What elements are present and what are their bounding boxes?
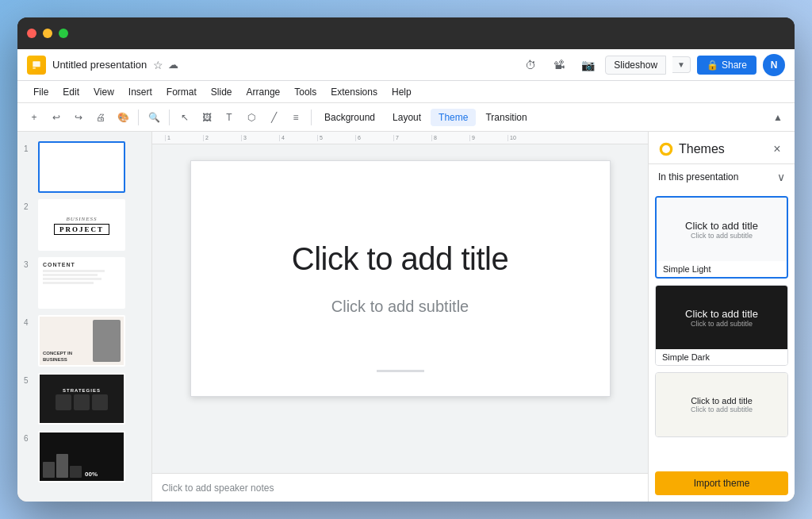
slide-thumbnail-2[interactable]: BUSINESS PROJECT (38, 199, 125, 251)
slide-thumbnail-3[interactable]: CONTENT (38, 257, 125, 309)
share-button[interactable]: 🔒 Share (697, 56, 756, 75)
slide-thumbnail-6[interactable]: 00% (38, 431, 125, 482)
menu-format[interactable]: Format (160, 84, 203, 100)
theme-label-simple-dark: Simple Dark (656, 349, 787, 365)
slide-number-3: 3 (24, 260, 33, 269)
ruler-mark: 10 (508, 135, 546, 141)
menu-edit[interactable]: Edit (56, 84, 86, 100)
minimize-button[interactable] (43, 29, 52, 38)
themes-subtitle: In this presentation (658, 171, 738, 183)
theme-preview-subtitle-2: Click to add subtitle (691, 320, 753, 328)
ruler-mark: 4 (279, 135, 317, 141)
speaker-notes-placeholder[interactable]: Click to add speaker notes (162, 482, 274, 494)
header-right: ⏱ 📽 📷 Slideshow ▼ 🔒 Share N (519, 54, 785, 76)
themes-subheader: In this presentation ∨ (649, 164, 795, 190)
app-logo (27, 56, 46, 75)
close-button[interactable] (27, 29, 36, 38)
camera-icon[interactable]: 📷 (576, 54, 599, 76)
line-btn[interactable]: ╱ (263, 107, 284, 128)
menu-tools[interactable]: Tools (288, 84, 323, 100)
avatar[interactable]: N (763, 54, 785, 76)
theme-preview-subtitle-1: Click to add subtitle (691, 232, 753, 240)
menu-view[interactable]: View (87, 84, 121, 100)
menu-help[interactable]: Help (385, 84, 418, 100)
separator-2 (169, 110, 170, 125)
tab-transition[interactable]: Transition (477, 109, 534, 126)
tab-layout[interactable]: Layout (385, 109, 429, 126)
slide-item-5[interactable]: 5 STRATEGIES (17, 370, 151, 428)
theme-preview-subtitle-3: Click to add subtitle (691, 406, 753, 413)
slide-item-3[interactable]: 3 CONTENT (17, 254, 151, 312)
theme-card-simple-dark[interactable]: Click to add title Click to add subtitle… (655, 285, 788, 366)
svg-rect-1 (33, 67, 36, 68)
separator-1 (138, 110, 139, 125)
slide-number-4: 4 (24, 318, 33, 327)
ruler-mark: 2 (203, 135, 241, 141)
slide-item-2[interactable]: 2 BUSINESS PROJECT (17, 196, 151, 254)
slide-thumbnail-4[interactable]: CONCEPT IN BUSINESS (38, 315, 125, 367)
slide-subtitle-placeholder[interactable]: Click to add subtitle (210, 290, 591, 323)
speaker-notes[interactable]: Click to add speaker notes (152, 473, 648, 502)
paint-btn[interactable]: 🎨 (113, 107, 133, 128)
star-icon[interactable]: ☆ (153, 59, 163, 71)
theme-preview-minimal: Click to add title Click to add subtitle (656, 373, 787, 436)
slideshow-button[interactable]: Slideshow (605, 56, 666, 75)
tab-theme[interactable]: Theme (431, 109, 476, 126)
image-btn[interactable]: 🖼 (197, 107, 217, 128)
slide-thumbnail-1[interactable] (38, 141, 125, 193)
slide-editor[interactable]: Click to add title Click to add subtitle (152, 144, 648, 473)
ruler-mark: 7 (393, 135, 431, 141)
slide-number-6: 6 (24, 434, 33, 443)
textbox-btn[interactable]: T (219, 107, 239, 128)
chevron-down-icon[interactable]: ∨ (777, 171, 785, 183)
lock-icon: 🔒 (707, 60, 718, 71)
menu-insert[interactable]: Insert (122, 84, 159, 100)
separator-3 (311, 110, 312, 125)
maximize-button[interactable] (59, 29, 68, 38)
theme-preview-title-3: Click to add title (691, 396, 753, 406)
add-btn[interactable]: + (24, 107, 44, 128)
app-content: Untitled presentation ☆ ☁ ⏱ 📽 📷 Slidesho… (17, 49, 795, 502)
ruler-mark: 5 (317, 135, 355, 141)
cloud-icon[interactable]: ☁ (168, 59, 178, 71)
slide-number-5: 5 (24, 376, 33, 385)
zoom-btn[interactable]: 🔍 (144, 107, 164, 128)
presentation-title[interactable]: Untitled presentation (52, 59, 147, 71)
ruler-horizontal: 1 2 3 4 5 6 7 8 9 10 (152, 132, 648, 144)
ruler-mark: 3 (241, 135, 279, 141)
print-btn[interactable]: 🖨 (90, 107, 111, 128)
slide-title-placeholder[interactable]: Click to add title (210, 234, 591, 284)
collapse-btn[interactable]: ▲ (768, 107, 788, 128)
menu-arrange[interactable]: Arrange (240, 84, 287, 100)
slide-item-6[interactable]: 6 00% (17, 428, 151, 486)
more-btn[interactable]: ≡ (285, 107, 306, 128)
history-icon[interactable]: ⏱ (519, 54, 542, 76)
ruler-mark: 1 (165, 135, 203, 141)
svg-rect-0 (33, 61, 40, 67)
header-bar: Untitled presentation ☆ ☁ ⏱ 📽 📷 Slidesho… (17, 49, 795, 81)
themes-list: Click to add title Click to add subtitle… (649, 190, 795, 465)
themes-panel: Themes × In this presentation ∨ Click to… (648, 132, 795, 502)
import-theme-button[interactable]: Import theme (655, 471, 788, 495)
slide-item-1[interactable]: 1 (17, 138, 151, 196)
theme-card-simple-light[interactable]: Click to add title Click to add subtitle… (655, 196, 788, 279)
undo-btn[interactable]: ↩ (46, 107, 67, 128)
shape-btn[interactable]: ⬡ (241, 107, 262, 128)
slide-thumbnail-5[interactable]: STRATEGIES (38, 373, 125, 425)
redo-btn[interactable]: ↪ (68, 107, 89, 128)
cursor-btn[interactable]: ↖ (174, 107, 195, 128)
menu-slide[interactable]: Slide (205, 84, 239, 100)
menu-file[interactable]: File (27, 84, 55, 100)
toolbar: + ↩ ↪ 🖨 🎨 🔍 ↖ 🖼 T ⬡ ╱ ≡ Background Layou… (17, 103, 795, 132)
main-slide[interactable]: Click to add title Click to add subtitle (190, 160, 611, 397)
ruler-mark: 9 (469, 135, 508, 141)
theme-card-minimal[interactable]: Click to add title Click to add subtitle (655, 372, 788, 437)
present-icon[interactable]: 📽 (548, 54, 570, 76)
main-area: 1 2 BUSINESS PROJECT (17, 132, 795, 502)
svg-point-3 (662, 145, 670, 153)
themes-close-button[interactable]: × (769, 141, 785, 157)
slideshow-dropdown[interactable]: ▼ (672, 56, 691, 73)
menu-extensions[interactable]: Extensions (324, 84, 384, 100)
tab-background[interactable]: Background (316, 109, 383, 126)
slide-item-4[interactable]: 4 CONCEPT IN BUSINESS (17, 312, 151, 370)
